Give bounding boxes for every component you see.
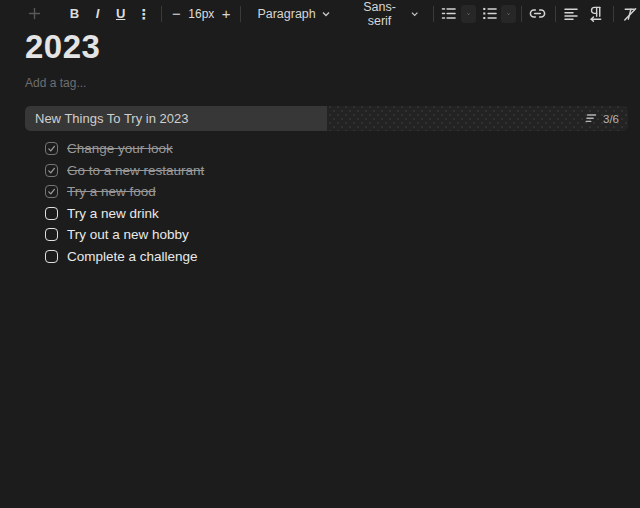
chevron-down-icon xyxy=(507,10,510,18)
editor-toolbar: B I U ⋮ − 16px + Paragraph Sans-serif xyxy=(0,0,640,27)
checkbox-checked-icon[interactable] xyxy=(45,142,58,155)
task-item-label: Try out a new hobby xyxy=(67,227,189,242)
add-tag-input[interactable]: Add a tag... xyxy=(25,76,86,90)
task-item-label: Go to a new restaurant xyxy=(67,163,211,178)
note-title[interactable]: 2023 xyxy=(25,28,100,66)
task-list-summary: 3/6 xyxy=(584,106,619,131)
checkbox-unchecked-icon[interactable] xyxy=(45,250,58,263)
more-formatting-button[interactable]: ⋮ xyxy=(132,3,155,25)
increase-font-size-button[interactable]: + xyxy=(216,3,236,25)
insert-plus-button[interactable] xyxy=(27,3,42,25)
list-sort-icon xyxy=(584,113,597,124)
underline-button[interactable]: U xyxy=(109,3,132,25)
checkbox-checked-icon[interactable] xyxy=(45,185,58,198)
task-item-label: Try a new food xyxy=(67,184,163,199)
align-left-button[interactable] xyxy=(562,3,580,25)
task-list-header[interactable]: New Things To Try in 2023 3/6 xyxy=(25,106,628,131)
task-item[interactable]: Go to a new restaurant xyxy=(25,160,628,182)
font-family-dropdown[interactable]: Sans-serif xyxy=(348,3,425,25)
paragraph-style-dropdown[interactable]: Paragraph xyxy=(251,3,335,25)
link-icon xyxy=(529,5,546,22)
task-progress-count: 3/6 xyxy=(603,113,619,125)
chevron-down-icon xyxy=(411,10,418,18)
chevron-down-icon xyxy=(322,10,330,18)
bullet-list-icon xyxy=(481,5,498,22)
task-item[interactable]: Complete a challenge xyxy=(25,246,628,268)
task-item[interactable]: Try out a new hobby xyxy=(25,224,628,246)
task-item[interactable]: Try a new food xyxy=(25,181,628,203)
checkbox-unchecked-icon[interactable] xyxy=(45,228,58,241)
toolbar-divider xyxy=(521,6,522,22)
chevron-down-icon xyxy=(467,10,470,18)
clear-formatting-button[interactable] xyxy=(620,3,640,25)
task-item-label: Change your look xyxy=(67,141,180,156)
bullet-list-button[interactable] xyxy=(480,3,498,25)
checkbox-checked-icon[interactable] xyxy=(45,164,58,177)
clear-formatting-icon xyxy=(621,5,638,22)
align-left-icon xyxy=(563,6,579,22)
bold-button[interactable]: B xyxy=(63,3,86,25)
toolbar-divider xyxy=(161,6,162,22)
text-direction-pilcrow-icon xyxy=(587,5,604,22)
numbered-list-icon xyxy=(440,5,457,22)
text-direction-button[interactable] xyxy=(586,3,604,25)
task-list-block: New Things To Try in 2023 3/6 Change you… xyxy=(25,106,628,267)
task-item-label: Try a new drink xyxy=(67,206,159,221)
note-editor-app: B I U ⋮ − 16px + Paragraph Sans-serif xyxy=(0,0,640,508)
decrease-font-size-button[interactable]: − xyxy=(166,3,186,25)
insert-link-button[interactable] xyxy=(528,3,548,25)
toolbar-divider xyxy=(433,6,434,22)
task-items: Change your look Go to a new restaurant … xyxy=(25,138,628,267)
toolbar-divider xyxy=(240,6,241,22)
task-item[interactable]: Try a new drink xyxy=(25,203,628,225)
italic-button[interactable]: I xyxy=(86,3,109,25)
checkbox-unchecked-icon[interactable] xyxy=(45,207,58,220)
task-item-label: Complete a challenge xyxy=(67,249,198,264)
numbered-list-options-button[interactable] xyxy=(461,5,476,23)
bullet-list-options-button[interactable] xyxy=(501,5,516,23)
toolbar-divider xyxy=(613,6,614,22)
task-list-title[interactable]: New Things To Try in 2023 xyxy=(35,106,188,131)
numbered-list-button[interactable] xyxy=(440,3,458,25)
font-size-value[interactable]: 16px xyxy=(187,7,217,21)
toolbar-divider xyxy=(555,6,556,22)
plus-icon xyxy=(27,6,42,21)
task-item[interactable]: Change your look xyxy=(25,138,628,160)
